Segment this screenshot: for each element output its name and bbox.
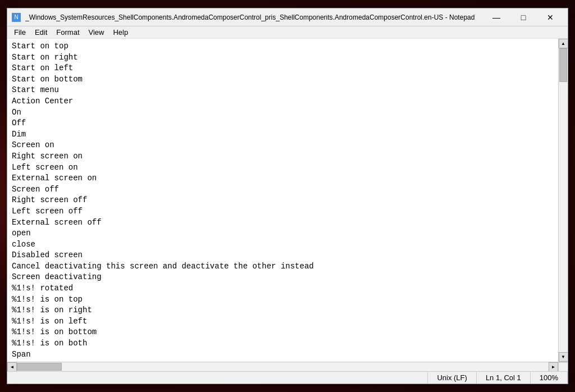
scroll-left-button[interactable]: ◄ — [7, 362, 17, 372]
text-line: Dim — [12, 129, 554, 140]
text-line: On — [12, 107, 554, 118]
window-title: _Windows_SystemResources_ShellComponents… — [25, 13, 483, 21]
minimize-button[interactable]: — — [483, 8, 509, 26]
status-encoding: Unix (LF) — [428, 372, 476, 384]
menu-edit[interactable]: Edit — [30, 27, 52, 38]
status-empty — [7, 372, 428, 384]
text-line: Start menu — [12, 85, 554, 96]
status-position: Ln 1, Col 1 — [477, 372, 531, 384]
text-line: %1!s! is on top — [12, 294, 554, 306]
text-line: External screen off — [12, 217, 554, 229]
text-line: Off — [12, 118, 554, 129]
text-line: %1!s! is on bottom — [12, 327, 554, 338]
text-line: Start on right — [12, 52, 554, 63]
menu-format[interactable]: Format — [52, 27, 84, 38]
text-line: %1!s! is on left — [12, 316, 554, 327]
text-line: Disabled screen — [12, 250, 554, 261]
horizontal-scrollbar: ◄ ► — [7, 362, 568, 371]
menu-help[interactable]: Help — [108, 27, 133, 38]
text-line: Left screen on — [12, 162, 554, 174]
text-line: open — [12, 228, 554, 239]
close-button[interactable]: ✕ — [537, 8, 563, 26]
text-line: Right screen on — [12, 151, 554, 162]
text-line: Start on left — [12, 63, 554, 74]
hscroll-thumb[interactable] — [17, 363, 62, 371]
scroll-down-button[interactable]: ▼ — [559, 352, 568, 362]
scroll-up-button[interactable]: ▲ — [559, 39, 568, 48]
content-area: Start on topStart on rightStart on leftS… — [7, 39, 568, 362]
text-line: Start on top — [12, 41, 554, 52]
text-line: %1!s! rotated — [12, 283, 554, 294]
window-controls: — □ ✕ — [483, 8, 563, 26]
menu-file[interactable]: File — [10, 27, 30, 38]
status-zoom: 100% — [531, 372, 568, 384]
app-icon: N — [12, 13, 21, 22]
text-line: Start on bottom — [12, 74, 554, 85]
text-line: Screen deactivating — [12, 272, 554, 283]
vertical-scrollbar: ▲ ▼ — [558, 39, 568, 362]
text-line: Right screen off — [12, 195, 554, 206]
text-line: Cancel deactivating this screen and deac… — [12, 261, 554, 272]
text-line: Action Center — [12, 96, 554, 107]
text-line: Span — [12, 349, 554, 361]
scroll-thumb[interactable] — [559, 48, 567, 82]
text-line: %1!s! is on both — [12, 338, 554, 349]
text-line: Left screen off — [12, 206, 554, 217]
notepad-window: N _Windows_SystemResources_ShellComponen… — [7, 8, 568, 384]
status-bar: Unix (LF) Ln 1, Col 1 100% — [7, 371, 568, 384]
hscroll-track[interactable] — [17, 362, 549, 371]
menu-bar: File Edit Format View Help — [7, 26, 568, 39]
scroll-right-button[interactable]: ► — [549, 362, 558, 372]
text-editor[interactable]: Start on topStart on rightStart on leftS… — [7, 39, 558, 362]
maximize-button[interactable]: □ — [510, 8, 536, 26]
scroll-track[interactable] — [559, 48, 568, 352]
scrollbar-corner — [558, 362, 568, 372]
text-line: %1!s! is on right — [12, 305, 554, 316]
menu-view[interactable]: View — [84, 27, 109, 38]
text-line: Screen on — [12, 140, 554, 151]
title-bar: N _Windows_SystemResources_ShellComponen… — [7, 8, 568, 26]
text-line: External screen on — [12, 173, 554, 184]
text-line: close — [12, 239, 554, 250]
text-line: Screen off — [12, 184, 554, 195]
